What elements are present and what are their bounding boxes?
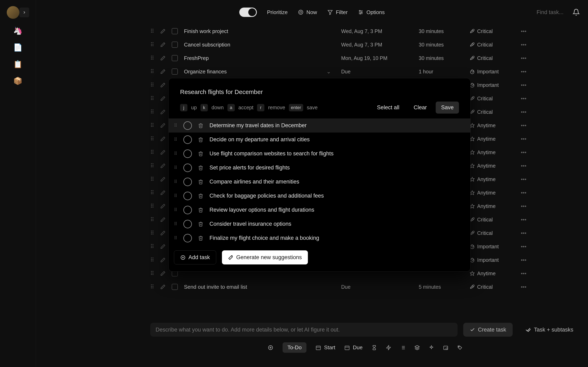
drag-handle-icon[interactable]: ⠿ [174, 207, 177, 213]
delete-icon[interactable] [198, 179, 203, 184]
notifications-button[interactable] [572, 8, 580, 16]
task-checkbox[interactable] [172, 68, 178, 75]
edit-icon[interactable] [160, 203, 165, 209]
search-input[interactable]: Find task... [536, 9, 563, 16]
accept-ring[interactable] [183, 135, 192, 144]
accept-ring[interactable] [183, 220, 192, 228]
sparkle-button[interactable] [429, 345, 434, 350]
delete-icon[interactable] [198, 193, 203, 199]
more-icon[interactable]: ••• [521, 68, 526, 75]
energy-button[interactable] [386, 345, 391, 350]
add-task-button[interactable]: Add task [174, 250, 216, 264]
drag-handle-icon[interactable]: ⠿ [174, 235, 177, 241]
more-icon[interactable]: ••• [521, 42, 526, 48]
workspace-icon-document[interactable]: 📄 [13, 43, 23, 52]
more-icon[interactable]: ••• [521, 28, 526, 34]
drag-handle-icon[interactable]: ⠿ [150, 217, 154, 223]
edit-icon[interactable] [160, 190, 165, 195]
edit-icon[interactable] [160, 96, 165, 101]
options-button[interactable]: Options [358, 9, 385, 16]
edit-icon[interactable] [160, 42, 165, 47]
accept-ring[interactable] [183, 234, 192, 242]
more-icon[interactable]: ••• [521, 284, 526, 290]
drag-handle-icon[interactable]: ⠿ [150, 109, 154, 115]
schedule-button[interactable] [443, 345, 448, 350]
edit-icon[interactable] [160, 150, 165, 155]
more-icon[interactable]: ••• [521, 270, 526, 277]
task-checkbox[interactable] [172, 284, 178, 290]
stack-button[interactable] [415, 345, 420, 350]
drag-handle-icon[interactable]: ⠿ [150, 149, 154, 156]
drag-handle-icon[interactable]: ⠿ [174, 193, 177, 199]
drag-handle-icon[interactable]: ⠿ [150, 28, 154, 34]
edit-icon[interactable] [160, 123, 165, 128]
delete-icon[interactable] [198, 235, 203, 241]
edit-icon[interactable] [160, 257, 165, 263]
generate-suggestions-button[interactable]: Generate new suggestions [222, 250, 308, 264]
sidebar-expand-button[interactable] [19, 8, 29, 17]
workspace-icon-clipboard[interactable]: 📋 [13, 59, 23, 69]
more-icon[interactable]: ••• [521, 136, 526, 142]
drag-handle-icon[interactable]: ⠿ [150, 82, 154, 88]
more-icon[interactable]: ••• [521, 190, 526, 196]
avatar[interactable] [7, 6, 19, 19]
suggestion-row[interactable]: ⠿ Finalize my flight choice and make a b… [169, 231, 470, 245]
delete-icon[interactable] [198, 137, 203, 142]
edit-icon[interactable] [160, 163, 165, 168]
delete-icon[interactable] [198, 221, 203, 227]
task-row[interactable]: ⠿ Finish work project Wed, Aug 7, 3 PM 3… [150, 25, 588, 38]
drag-handle-icon[interactable]: ⠿ [150, 243, 154, 250]
drag-handle-icon[interactable]: ⠿ [150, 230, 154, 236]
accept-ring[interactable] [183, 192, 192, 200]
drag-handle-icon[interactable]: ⠿ [150, 95, 154, 102]
delete-icon[interactable] [198, 151, 203, 156]
more-icon[interactable]: ••• [521, 203, 526, 209]
drag-handle-icon[interactable]: ⠿ [174, 179, 177, 184]
suggestion-row[interactable]: ⠿ Review layover options and flight dura… [169, 203, 470, 217]
due-date-button[interactable]: Due [344, 344, 363, 351]
accept-ring[interactable] [183, 206, 192, 214]
drag-handle-icon[interactable]: ⠿ [150, 163, 154, 169]
task-row[interactable]: ⠿ Cancel subscription Wed, Aug 7, 3 PM 3… [150, 38, 588, 51]
suggestion-row[interactable]: ⠿ Set price alerts for desired flights [169, 161, 470, 175]
drag-handle-icon[interactable]: ⠿ [150, 284, 154, 290]
suggestion-row[interactable]: ⠿ Consider travel insurance options [169, 217, 470, 231]
task-row[interactable]: ⠿ FreshPrep Mon, Aug 19, 10 PM 30 minute… [150, 51, 588, 65]
delete-icon[interactable] [198, 123, 203, 128]
task-checkbox[interactable] [172, 55, 178, 61]
start-date-button[interactable]: Start [315, 344, 335, 351]
accept-ring[interactable] [183, 121, 192, 130]
more-icon[interactable]: ••• [521, 122, 526, 129]
edit-icon[interactable] [160, 109, 165, 115]
filter-button[interactable]: Filter [327, 9, 348, 16]
edit-icon[interactable] [160, 271, 165, 276]
edit-icon[interactable] [160, 55, 165, 61]
drag-handle-icon[interactable]: ⠿ [150, 176, 154, 183]
select-all-button[interactable]: Select all [372, 101, 405, 114]
suggestion-row[interactable]: ⠿ Decide on my departure and arrival cit… [169, 133, 470, 147]
ai-button[interactable] [268, 345, 274, 351]
edit-icon[interactable] [160, 29, 165, 34]
accept-ring[interactable] [183, 150, 192, 158]
edit-icon[interactable] [160, 69, 165, 74]
now-button[interactable]: Now [298, 9, 317, 16]
more-icon[interactable]: ••• [521, 149, 526, 156]
compose-input[interactable] [150, 323, 458, 337]
more-icon[interactable]: ••• [521, 95, 526, 102]
edit-icon[interactable] [160, 230, 165, 236]
tag-button[interactable] [457, 345, 463, 350]
drag-handle-icon[interactable]: ⠿ [150, 190, 154, 196]
drag-handle-icon[interactable]: ⠿ [150, 122, 154, 129]
edit-icon[interactable] [160, 176, 165, 182]
subtasks-button[interactable] [400, 345, 406, 350]
delete-icon[interactable] [198, 207, 203, 213]
drag-handle-icon[interactable]: ⠿ [174, 165, 177, 170]
create-task-button[interactable]: Create task [463, 323, 513, 337]
task-checkbox[interactable] [172, 42, 178, 48]
edit-icon[interactable] [160, 82, 165, 88]
more-icon[interactable]: ••• [521, 230, 526, 236]
save-button[interactable]: Save [436, 101, 459, 114]
drag-handle-icon[interactable]: ⠿ [150, 42, 154, 48]
drag-handle-icon[interactable]: ⠿ [150, 203, 154, 209]
more-icon[interactable]: ••• [521, 109, 526, 115]
